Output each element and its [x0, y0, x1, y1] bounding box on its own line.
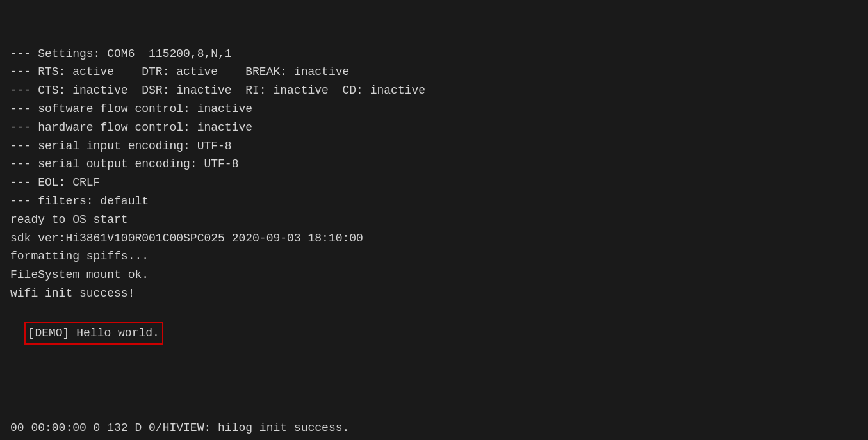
log-lines-container: 00 00:00:00 0 132 D 0/HIVIEW: hilog init…: [10, 419, 858, 440]
terminal-line: --- EOL: CRLF: [10, 174, 858, 192]
terminal-line: --- RTS: active DTR: active BREAK: inact…: [10, 63, 858, 81]
terminal-line: --- serial input encoding: UTF-8: [10, 137, 858, 156]
terminal-line: --- CTS: inactive DSR: inactive RI: inac…: [10, 81, 858, 100]
terminal-line: wifi init success!: [10, 284, 858, 303]
terminal-line: --- Settings: COM6 115200,8,N,1: [10, 45, 858, 63]
highlighted-demo-line: [DEMO] Hello world.: [24, 322, 163, 345]
log-line: 00 00:00:00 0 132 D 0/HIVIEW: hilog init…: [10, 419, 858, 437]
terminal-line: --- filters: default: [10, 192, 858, 211]
terminal-line: sdk ver:Hi3861V100R001C00SPC025 2020-09-…: [10, 229, 858, 248]
terminal-line: --- software flow control: inactive: [10, 100, 858, 118]
log-line: 00 00:00:00 0 132 D 0/HIVIEW: log limit …: [10, 437, 858, 440]
terminal-line: ready to OS start: [10, 211, 858, 229]
empty-spacer: [10, 363, 858, 382]
terminal-line: formatting spiffs...: [10, 247, 858, 266]
terminal-line: FileSystem mount ok.: [10, 266, 858, 284]
terminal-output: --- Settings: COM6 115200,8,N,1--- RTS: …: [10, 8, 858, 440]
terminal-line: --- hardware flow control: inactive: [10, 118, 858, 137]
main-lines-container: --- Settings: COM6 115200,8,N,1--- RTS: …: [10, 45, 858, 303]
terminal-line: --- serial output encoding: UTF-8: [10, 155, 858, 174]
